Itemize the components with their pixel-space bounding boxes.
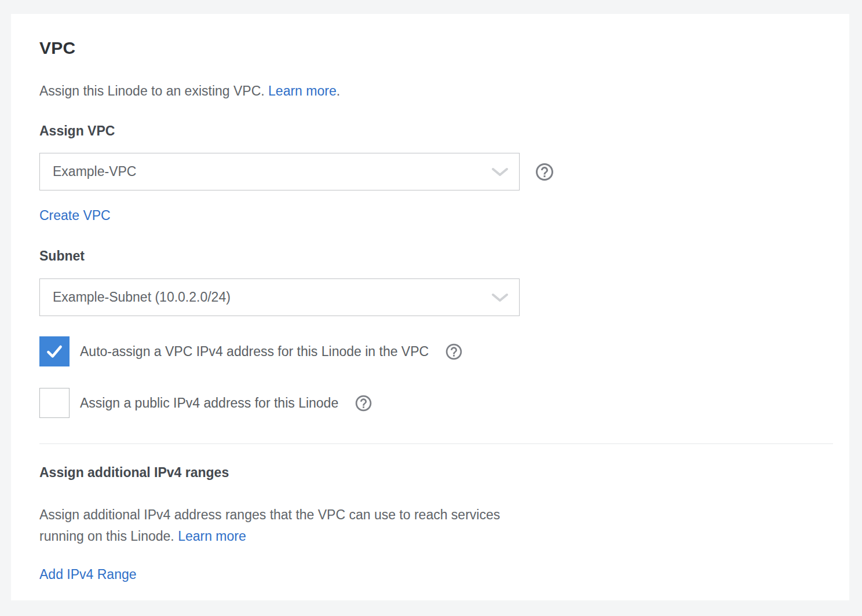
subnet-select[interactable]: Example-Subnet (10.0.2.0/24): [39, 278, 520, 316]
subnet-label: Subnet: [39, 248, 833, 264]
assign-vpc-label: Assign VPC: [39, 123, 833, 139]
public-ipv4-checkbox[interactable]: [39, 388, 70, 418]
auto-assign-ipv4-checkbox[interactable]: [39, 336, 70, 366]
auto-assign-ipv4-row: Auto-assign a VPC IPv4 address for this …: [39, 336, 833, 366]
public-ipv4-row: Assign a public IPv4 address for this Li…: [39, 388, 833, 418]
assign-vpc-select-value: Example-VPC: [53, 164, 136, 179]
subnet-select-value: Example-Subnet (10.0.2.0/24): [53, 289, 231, 305]
assign-vpc-select[interactable]: Example-VPC: [39, 153, 520, 190]
panel-description-period: .: [337, 83, 340, 98]
panel-description-text: Assign this Linode to an existing VPC.: [39, 83, 265, 98]
public-ipv4-help-icon[interactable]: [354, 394, 373, 413]
chevron-down-icon: [491, 167, 509, 177]
chevron-down-icon: [491, 293, 509, 302]
additional-ranges-description: Assign additional IPv4 address ranges th…: [39, 504, 503, 547]
assign-vpc-field-row: Example-VPC: [39, 153, 833, 190]
create-vpc-link[interactable]: Create VPC: [39, 207, 111, 223]
checkmark-icon: [45, 342, 64, 361]
panel-description: Assign this Linode to an existing VPC. L…: [39, 83, 833, 99]
auto-assign-ipv4-help-icon[interactable]: [444, 342, 463, 361]
public-ipv4-label[interactable]: Assign a public IPv4 address for this Li…: [80, 395, 338, 411]
additional-ranges-heading: Assign additional IPv4 ranges: [39, 464, 833, 481]
additional-ranges-learn-more-link[interactable]: Learn more: [178, 529, 246, 544]
subnet-field-row: Example-Subnet (10.0.2.0/24): [39, 278, 833, 316]
assign-vpc-help-icon[interactable]: [534, 162, 555, 182]
panel-title: VPC: [39, 38, 833, 58]
auto-assign-ipv4-label[interactable]: Auto-assign a VPC IPv4 address for this …: [80, 343, 429, 360]
additional-ranges-description-text: Assign additional IPv4 address ranges th…: [39, 507, 500, 544]
learn-more-link[interactable]: Learn more: [268, 83, 337, 98]
vpc-panel: VPC Assign this Linode to an existing VP…: [11, 14, 849, 600]
divider: [39, 443, 833, 444]
add-ipv4-range-link[interactable]: Add IPv4 Range: [39, 566, 137, 582]
